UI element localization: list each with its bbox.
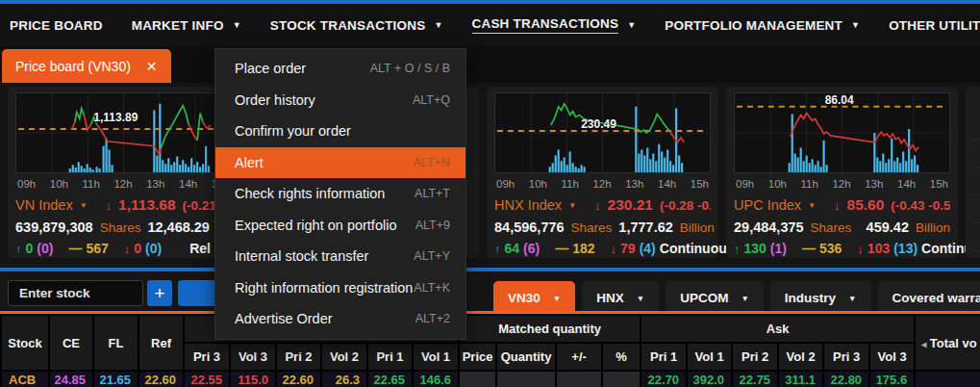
index-list-row[interactable]: V <box>973 139 980 167</box>
menu-item-order-history[interactable]: Order history ALT+Q <box>215 85 465 116</box>
time-tick: 15h <box>930 178 948 190</box>
bid-vol2: 26.3 <box>321 371 367 387</box>
chevron-down-icon: ▼ <box>851 20 860 30</box>
subcol-bid-pri3: Pri 3 <box>184 343 230 371</box>
nav-label: MARKET INFO <box>132 18 224 33</box>
main-navbar: PRICE BOARD MARKET INFO ▼ STOCK TRANSACT… <box>0 4 980 46</box>
shares-value: 639,879,308 <box>15 219 93 235</box>
decliners-count: 79 <box>620 241 636 256</box>
arrow-down-icon: ↓ <box>594 198 601 213</box>
nav-item-market-info[interactable]: MARKET INFO ▼ <box>132 18 241 33</box>
index-list-row[interactable]: V <box>973 222 980 250</box>
shortcut-label: ALT+N <box>414 156 450 169</box>
tab-covered-warrant[interactable]: Covered warrant <box>878 281 980 315</box>
table-row-acb[interactable]: ACB 24.85 21.65 22.60 22.55 115.0 22.60 … <box>1 371 980 387</box>
unchanged-count: 567 <box>86 241 108 256</box>
index-card-upc: 86.04 09h 10h 11h 12h 13h 14h 15h UPC In… <box>726 87 958 258</box>
filter-bar: + VN30 ▼ HNX ▼ UPCOM ▼ Industry ▼ Covere… <box>0 268 980 314</box>
nav-label: PORTFOLIO MANAGEMENT <box>665 18 842 33</box>
tab-industry[interactable]: Industry ▼ <box>770 281 871 315</box>
vn-index-mini-chart: 1,113.89 <box>15 92 232 173</box>
time-tick: 09h <box>17 178 36 190</box>
matched-price <box>459 371 496 387</box>
nav-item-price-board[interactable]: PRICE BOARD <box>10 18 103 33</box>
subcol-matched-change: +/- <box>556 343 602 371</box>
index-card-partial: V H U V V <box>966 87 980 258</box>
subcol-matched-pct: % <box>602 343 641 371</box>
total-volume <box>915 371 980 387</box>
chart-ref-value-label: 230.49 <box>581 117 616 131</box>
advancers-count: 64 <box>505 241 520 256</box>
index-cards-section: 1,113.89 09h 10h 11h 12h 13h 14h 15h VN … <box>0 85 980 268</box>
group-header-ask: Ask <box>641 315 915 343</box>
menu-item-place-order[interactable]: Place order ALT + O / S / B <box>215 53 465 85</box>
chevron-down-icon[interactable]: ▼ <box>80 201 88 210</box>
turnover-value: 459.42 <box>867 219 909 235</box>
subcol-bid-vol2: Vol 2 <box>321 343 367 371</box>
tab-hnx[interactable]: HNX ▼ <box>582 281 659 315</box>
ask-pri2: 22.75 <box>732 371 778 387</box>
tab-price-board-vn30[interactable]: Price board (VN30) ✕ <box>2 49 171 83</box>
chevron-down-icon: ▼ <box>637 294 644 303</box>
chevron-down-icon: ▼ <box>434 20 442 30</box>
time-tick: 13h <box>146 178 164 190</box>
nav-item-portfolio-management[interactable]: PORTFOLIO MANAGEMENT ▼ <box>665 18 860 33</box>
menu-item-expected-right-on-portfolio[interactable]: Expected right on portfolio ALT+9 <box>215 210 465 242</box>
arrow-down-icon: ↓ <box>857 242 864 256</box>
index-list-row[interactable]: U <box>973 194 980 222</box>
time-tick: 13h <box>865 178 883 190</box>
time-tick: 10h <box>768 178 787 190</box>
search-input[interactable] <box>8 280 143 306</box>
hnx-index-mini-chart: 230.49 <box>494 92 711 173</box>
menu-item-check-rights-information[interactable]: Check rights information ALT+T <box>215 178 465 210</box>
menu-item-confirm-your-order[interactable]: Confirm your order <box>215 116 465 147</box>
nav-item-cash-transactions[interactable]: CASH TRANSACTIONS ▼ <box>472 16 637 34</box>
menu-item-advertise-order[interactable]: Advertise Order ALT+2 <box>215 303 465 335</box>
shortcut-label: ALT + O / S / B <box>370 62 450 75</box>
index-value: 1,113.68 <box>118 196 175 214</box>
nav-label: PRICE BOARD <box>10 18 103 33</box>
tab-label: Price board (VN30) <box>15 59 131 74</box>
index-name: HNX Index <box>494 197 562 213</box>
nav-item-other-utilities[interactable]: OTHER UTILITIES ▼ <box>889 18 980 33</box>
tab-upcom[interactable]: UPCOM ▼ <box>666 281 764 315</box>
advancers-count: 130 <box>744 241 766 256</box>
arrow-down-icon: ↓ <box>834 198 841 213</box>
scroll-left-icon[interactable]: ◂ <box>921 339 926 349</box>
matched-change <box>556 371 602 387</box>
chevron-down-icon[interactable]: ▼ <box>808 201 816 210</box>
subcol-bid-pri2: Pri 2 <box>276 343 321 371</box>
chart-time-axis: 09h 10h 11h 12h 13h 14h 15h <box>494 173 711 190</box>
chevron-down-icon[interactable]: ▼ <box>568 201 576 210</box>
menu-item-right-information-registration[interactable]: Right information registration ALT+K <box>215 272 465 304</box>
add-stock-button[interactable]: + <box>147 280 172 306</box>
subcol-ask-vol3: Vol 3 <box>869 343 915 371</box>
index-list-row[interactable]: H <box>973 167 980 194</box>
bid-vol3: 115.0 <box>230 371 276 387</box>
shares-label: Shares <box>100 220 141 235</box>
shortcut-label: ALT+Y <box>414 249 450 263</box>
menu-item-internal-stock-transfer[interactable]: Internal stock transfer ALT+Y <box>215 241 465 272</box>
dash-icon: — <box>555 241 568 256</box>
nav-item-stock-transactions[interactable]: STOCK TRANSACTIONS ▼ <box>270 18 443 33</box>
index-value: 230.21 <box>608 196 653 214</box>
shortcut-label: ALT+9 <box>415 219 450 232</box>
index-card-hnx: 230.49 09h 10h 11h 12h 13h 14h 15h HNX I… <box>487 87 718 258</box>
shares-label: Shares <box>571 220 613 235</box>
bid-pri2: 22.60 <box>276 371 321 387</box>
price-board-table: Stock CE FL Ref Bid Matched quantity Ask… <box>0 314 980 387</box>
time-tick: 14h <box>658 178 676 190</box>
market-tabs: VN30 ▼ HNX ▼ UPCOM ▼ Industry ▼ Covered … <box>493 281 980 315</box>
subcol-bid-vol1: Vol 1 <box>413 343 459 371</box>
subcol-ask-pri3: Pri 3 <box>823 343 869 371</box>
dash-icon: — <box>802 241 816 256</box>
nav-label: OTHER UTILITIES <box>889 18 980 33</box>
chevron-down-icon: ▼ <box>627 20 636 30</box>
menu-item-alert[interactable]: Alert ALT+N <box>215 147 465 179</box>
advancers-count: 0 <box>26 241 34 256</box>
close-icon[interactable]: ✕ <box>146 59 158 74</box>
stock-symbol[interactable]: ACB <box>1 371 49 387</box>
subcol-matched-price: Price <box>459 343 496 371</box>
chart-ref-value-label: 86.04 <box>825 93 854 107</box>
tab-vn30[interactable]: VN30 ▼ <box>493 281 575 315</box>
